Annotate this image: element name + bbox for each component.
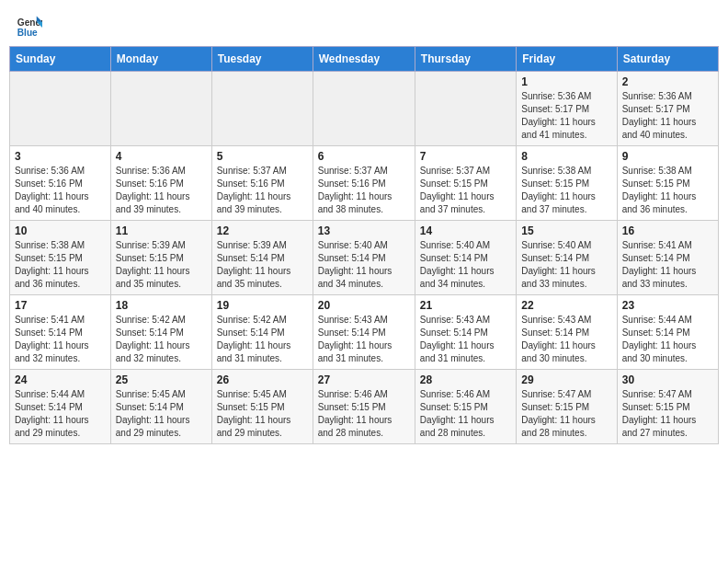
logo: General Blue	[17, 15, 42, 40]
day-detail: Sunrise: 5:39 AM Sunset: 5:14 PM Dayligh…	[217, 239, 308, 291]
day-detail: Sunrise: 5:42 AM Sunset: 5:14 PM Dayligh…	[116, 314, 207, 365]
calendar-cell: 18Sunrise: 5:42 AM Sunset: 5:14 PM Dayli…	[110, 295, 211, 370]
calendar-cell: 22Sunrise: 5:43 AM Sunset: 5:14 PM Dayli…	[517, 295, 617, 370]
day-detail: Sunrise: 5:45 AM Sunset: 5:14 PM Dayligh…	[116, 388, 207, 440]
calendar-cell: 10Sunrise: 5:38 AM Sunset: 5:15 PM Dayli…	[10, 221, 111, 295]
weekday-header-sunday: Sunday	[10, 47, 111, 72]
day-detail: Sunrise: 5:38 AM Sunset: 5:15 PM Dayligh…	[521, 165, 611, 216]
day-number: 4	[116, 150, 207, 163]
calendar-cell: 5Sunrise: 5:37 AM Sunset: 5:16 PM Daylig…	[211, 146, 313, 221]
day-detail: Sunrise: 5:47 AM Sunset: 5:15 PM Dayligh…	[521, 388, 611, 440]
day-number: 14	[420, 224, 511, 237]
calendar-cell: 8Sunrise: 5:38 AM Sunset: 5:15 PM Daylig…	[517, 146, 617, 221]
day-number: 29	[521, 373, 611, 386]
calendar-cell: 25Sunrise: 5:45 AM Sunset: 5:14 PM Dayli…	[110, 370, 211, 444]
calendar-cell: 23Sunrise: 5:44 AM Sunset: 5:14 PM Dayli…	[617, 295, 718, 370]
day-detail: Sunrise: 5:41 AM Sunset: 5:14 PM Dayligh…	[15, 314, 106, 365]
weekday-header-friday: Friday	[517, 47, 617, 72]
day-number: 15	[521, 224, 611, 237]
calendar-cell: 13Sunrise: 5:40 AM Sunset: 5:14 PM Dayli…	[313, 221, 415, 295]
calendar-cell	[211, 72, 313, 146]
day-number: 23	[622, 299, 713, 312]
calendar-cell: 9Sunrise: 5:38 AM Sunset: 5:15 PM Daylig…	[617, 146, 718, 221]
calendar-cell	[415, 72, 516, 146]
weekday-header-thursday: Thursday	[415, 47, 516, 72]
day-number: 2	[622, 75, 713, 88]
day-number: 22	[521, 299, 611, 312]
calendar-cell: 17Sunrise: 5:41 AM Sunset: 5:14 PM Dayli…	[10, 295, 111, 370]
day-detail: Sunrise: 5:37 AM Sunset: 5:16 PM Dayligh…	[318, 165, 410, 216]
calendar-cell: 6Sunrise: 5:37 AM Sunset: 5:16 PM Daylig…	[313, 146, 415, 221]
day-detail: Sunrise: 5:44 AM Sunset: 5:14 PM Dayligh…	[15, 388, 106, 440]
logo-icon: General Blue	[17, 15, 42, 40]
day-number: 19	[217, 299, 308, 312]
day-detail: Sunrise: 5:43 AM Sunset: 5:14 PM Dayligh…	[420, 314, 511, 365]
day-number: 26	[217, 373, 308, 386]
day-number: 9	[622, 150, 713, 163]
day-detail: Sunrise: 5:46 AM Sunset: 5:15 PM Dayligh…	[420, 388, 511, 440]
calendar-cell: 20Sunrise: 5:43 AM Sunset: 5:14 PM Dayli…	[313, 295, 415, 370]
day-detail: Sunrise: 5:42 AM Sunset: 5:14 PM Dayligh…	[217, 314, 308, 365]
calendar-cell	[10, 72, 111, 146]
calendar-cell: 14Sunrise: 5:40 AM Sunset: 5:14 PM Dayli…	[415, 221, 516, 295]
day-number: 21	[420, 299, 511, 312]
day-detail: Sunrise: 5:40 AM Sunset: 5:14 PM Dayligh…	[318, 239, 410, 291]
day-number: 18	[116, 299, 207, 312]
day-number: 17	[15, 299, 106, 312]
day-detail: Sunrise: 5:38 AM Sunset: 5:15 PM Dayligh…	[622, 165, 713, 216]
day-number: 1	[521, 75, 611, 88]
day-number: 11	[116, 224, 207, 237]
day-detail: Sunrise: 5:36 AM Sunset: 5:16 PM Dayligh…	[15, 165, 106, 216]
day-detail: Sunrise: 5:36 AM Sunset: 5:17 PM Dayligh…	[622, 90, 713, 142]
calendar-cell: 7Sunrise: 5:37 AM Sunset: 5:15 PM Daylig…	[415, 146, 516, 221]
calendar-cell: 21Sunrise: 5:43 AM Sunset: 5:14 PM Dayli…	[415, 295, 516, 370]
calendar-cell: 15Sunrise: 5:40 AM Sunset: 5:14 PM Dayli…	[517, 221, 617, 295]
day-number: 3	[15, 150, 106, 163]
day-number: 20	[318, 299, 410, 312]
day-number: 24	[15, 373, 106, 386]
day-number: 16	[622, 224, 713, 237]
day-detail: Sunrise: 5:36 AM Sunset: 5:17 PM Dayligh…	[521, 90, 611, 142]
day-detail: Sunrise: 5:47 AM Sunset: 5:15 PM Dayligh…	[622, 388, 713, 440]
calendar-cell: 26Sunrise: 5:45 AM Sunset: 5:15 PM Dayli…	[211, 370, 313, 444]
day-number: 13	[318, 224, 410, 237]
day-detail: Sunrise: 5:46 AM Sunset: 5:15 PM Dayligh…	[318, 388, 410, 440]
day-detail: Sunrise: 5:36 AM Sunset: 5:16 PM Dayligh…	[116, 165, 207, 216]
weekday-header-monday: Monday	[110, 47, 211, 72]
calendar-cell	[313, 72, 415, 146]
day-detail: Sunrise: 5:44 AM Sunset: 5:14 PM Dayligh…	[622, 314, 713, 365]
day-number: 12	[217, 224, 308, 237]
day-number: 27	[318, 373, 410, 386]
calendar-cell: 3Sunrise: 5:36 AM Sunset: 5:16 PM Daylig…	[10, 146, 111, 221]
calendar-cell: 2Sunrise: 5:36 AM Sunset: 5:17 PM Daylig…	[617, 72, 718, 146]
calendar-cell: 11Sunrise: 5:39 AM Sunset: 5:15 PM Dayli…	[110, 221, 211, 295]
svg-text:Blue: Blue	[17, 28, 38, 38]
day-number: 25	[116, 373, 207, 386]
calendar-cell: 24Sunrise: 5:44 AM Sunset: 5:14 PM Dayli…	[10, 370, 111, 444]
page-header: General Blue	[9, 9, 719, 42]
weekday-header-wednesday: Wednesday	[313, 47, 415, 72]
day-detail: Sunrise: 5:43 AM Sunset: 5:14 PM Dayligh…	[318, 314, 410, 365]
day-number: 28	[420, 373, 511, 386]
calendar-cell: 27Sunrise: 5:46 AM Sunset: 5:15 PM Dayli…	[313, 370, 415, 444]
day-number: 8	[521, 150, 611, 163]
calendar-table: SundayMondayTuesdayWednesdayThursdayFrid…	[9, 46, 719, 444]
day-detail: Sunrise: 5:37 AM Sunset: 5:15 PM Dayligh…	[420, 165, 511, 216]
calendar-cell: 1Sunrise: 5:36 AM Sunset: 5:17 PM Daylig…	[517, 72, 617, 146]
day-number: 10	[15, 224, 106, 237]
day-number: 30	[622, 373, 713, 386]
calendar-cell: 16Sunrise: 5:41 AM Sunset: 5:14 PM Dayli…	[617, 221, 718, 295]
calendar-cell: 30Sunrise: 5:47 AM Sunset: 5:15 PM Dayli…	[617, 370, 718, 444]
day-detail: Sunrise: 5:43 AM Sunset: 5:14 PM Dayligh…	[521, 314, 611, 365]
day-detail: Sunrise: 5:40 AM Sunset: 5:14 PM Dayligh…	[521, 239, 611, 291]
day-number: 7	[420, 150, 511, 163]
day-detail: Sunrise: 5:45 AM Sunset: 5:15 PM Dayligh…	[217, 388, 308, 440]
weekday-header-tuesday: Tuesday	[211, 47, 313, 72]
day-detail: Sunrise: 5:40 AM Sunset: 5:14 PM Dayligh…	[420, 239, 511, 291]
day-detail: Sunrise: 5:41 AM Sunset: 5:14 PM Dayligh…	[622, 239, 713, 291]
calendar-cell: 12Sunrise: 5:39 AM Sunset: 5:14 PM Dayli…	[211, 221, 313, 295]
calendar-cell	[110, 72, 211, 146]
weekday-header-saturday: Saturday	[617, 47, 718, 72]
day-number: 6	[318, 150, 410, 163]
day-detail: Sunrise: 5:38 AM Sunset: 5:15 PM Dayligh…	[15, 239, 106, 291]
